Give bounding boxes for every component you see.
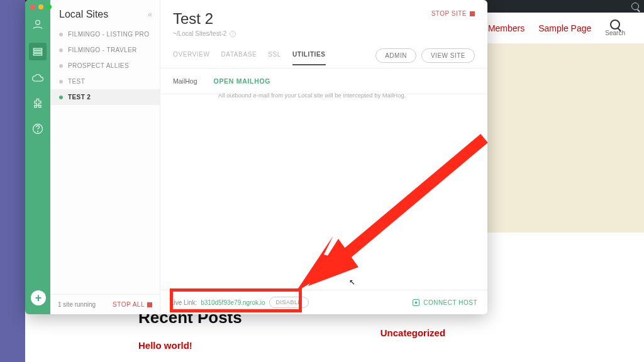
add-site-button[interactable]: + — [31, 290, 46, 305]
teams-sidebar — [0, 0, 25, 362]
svg-rect-1 — [33, 48, 42, 50]
site-item-selected[interactable]: TEST 2 — [50, 89, 160, 105]
nav-sample-page[interactable]: Sample Page — [538, 23, 591, 33]
help-icon[interactable] — [31, 122, 45, 136]
sites-running-count: 1 site running — [58, 301, 96, 308]
profile-icon[interactable] — [31, 18, 45, 31]
host-icon — [413, 299, 419, 306]
mailhog-row: MailHog OPEN MAILHOG — [160, 69, 487, 94]
live-link-section: Live Link: b310d5f93e79.ngrok.io DISABLE — [170, 297, 309, 308]
admin-button[interactable]: ADMIN — [375, 48, 416, 63]
sidebar-title: Local Sites — [59, 9, 108, 20]
site-main-panel: Test 2 STOP SITE ~/Local Sites/test-2 i … — [160, 0, 487, 314]
sites-icon[interactable] — [29, 43, 47, 60]
site-item[interactable]: PROSPECT ALLIES — [50, 58, 160, 74]
site-list: FILMINGO - LISTING PRO FILMINGO - TRAVLE… — [50, 26, 160, 105]
stop-site-button[interactable]: STOP SITE — [431, 10, 475, 17]
stop-all-button[interactable]: STOP ALL — [113, 301, 152, 308]
cloud-icon[interactable] — [31, 72, 45, 85]
site-tabs: OVERVIEW DATABASE SSL UTILITIES — [173, 51, 326, 65]
local-app-window: + Local Sites « FILMINGO - LISTING PRO F… — [25, 0, 487, 314]
tab-database[interactable]: DATABASE — [221, 51, 257, 65]
collapse-icon[interactable]: « — [148, 10, 152, 19]
svg-point-0 — [36, 20, 40, 25]
live-link-url[interactable]: b310d5f93e79.ngrok.io — [201, 299, 265, 306]
search-icon — [610, 19, 620, 30]
disable-button[interactable]: DISABLE — [269, 297, 309, 308]
mouse-cursor: ↖ — [349, 278, 355, 287]
search-label: Search — [605, 30, 625, 36]
window-controls[interactable] — [30, 4, 52, 9]
post-link-hello[interactable]: Hello world! — [138, 340, 242, 351]
sites-sidebar: Local Sites « FILMINGO - LISTING PRO FIL… — [50, 0, 160, 314]
site-path[interactable]: ~/Local Sites/test-2 i — [173, 30, 475, 37]
site-item[interactable]: FILMINGO - TRAVLER — [50, 42, 160, 58]
mailhog-label: MailHog — [173, 77, 197, 85]
mailhog-description: All outbound e-mail from your Local site… — [160, 92, 487, 99]
category-uncategorized[interactable]: Uncategorized — [380, 327, 465, 338]
connect-host-button[interactable]: CONNECT HOST — [413, 299, 477, 306]
view-site-button[interactable]: VIEW SITE — [421, 48, 475, 63]
info-icon[interactable]: i — [230, 31, 236, 37]
wp-search-icon[interactable] — [631, 3, 639, 10]
nav-members[interactable]: Members — [488, 23, 525, 33]
svg-point-5 — [38, 131, 38, 132]
open-mailhog-link[interactable]: OPEN MAILHOG — [214, 77, 271, 85]
sidebar-footer: 1 site running STOP ALL — [50, 294, 160, 314]
live-link-label: Live Link: — [170, 299, 197, 306]
addons-icon[interactable] — [31, 97, 45, 111]
tab-ssl[interactable]: SSL — [268, 51, 281, 65]
site-item[interactable]: FILMINGO - LISTING PRO — [50, 26, 160, 42]
tab-utilities[interactable]: UTILITIES — [292, 51, 326, 65]
site-search[interactable]: Search — [605, 19, 625, 36]
svg-rect-3 — [33, 53, 42, 55]
bottom-bar: Live Link: b310d5f93e79.ngrok.io DISABLE… — [160, 290, 487, 314]
site-title: Test 2 — [173, 10, 213, 28]
tab-overview[interactable]: OVERVIEW — [173, 51, 210, 65]
svg-rect-2 — [33, 51, 42, 53]
icon-rail: + — [25, 0, 50, 314]
site-item[interactable]: TEST — [50, 74, 160, 89]
